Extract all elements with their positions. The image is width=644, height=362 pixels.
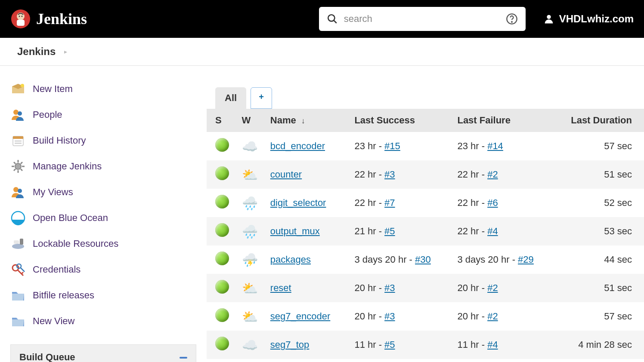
sidebar-item-bitfile-releases[interactable]: Bitfile releases <box>10 282 196 308</box>
status-ball-icon <box>215 280 229 294</box>
build-history-icon <box>10 133 26 148</box>
job-table: S W Name ↓ Last Success Last Failure Las… <box>207 109 644 359</box>
search-box[interactable] <box>319 7 526 31</box>
status-ball-icon <box>215 138 229 152</box>
status-ball-icon <box>215 337 229 350</box>
svg-point-4 <box>22 16 23 17</box>
help-icon[interactable] <box>506 13 518 25</box>
build-queue-title: Build Queue <box>19 352 75 362</box>
job-link[interactable]: bcd_encoder <box>270 141 325 151</box>
col-header-weather[interactable]: W <box>237 109 265 132</box>
svg-point-27 <box>18 189 22 193</box>
app-title: Jenkins <box>36 10 87 28</box>
last-success-cell: 23 hr - #15 <box>349 132 452 160</box>
build-link[interactable]: #30 <box>415 254 431 265</box>
last-failure-cell: 22 hr - #2 <box>452 160 555 189</box>
last-success-cell: 22 hr - #3 <box>349 160 452 189</box>
job-link[interactable]: counter <box>270 169 302 180</box>
col-header-last-failure[interactable]: Last Failure <box>452 109 555 132</box>
logo-area[interactable]: Jenkins <box>10 9 87 29</box>
sidebar-item-my-views[interactable]: My Views <box>10 179 196 205</box>
page-header: Jenkins VHDLwhiz.com <box>0 0 644 38</box>
svg-point-17 <box>15 163 21 169</box>
build-link[interactable]: #29 <box>518 254 534 265</box>
build-link[interactable]: #5 <box>384 339 395 350</box>
credentials-icon <box>10 262 26 277</box>
svg-point-3 <box>19 16 20 17</box>
sidebar-item-new-item[interactable]: New Item <box>10 76 196 102</box>
svg-rect-34 <box>180 357 187 359</box>
tab-add-view[interactable]: + <box>251 87 272 109</box>
col-header-last-duration[interactable]: Last Duration <box>555 109 644 132</box>
build-link[interactable]: #3 <box>384 311 395 322</box>
svg-line-22 <box>14 162 15 164</box>
weather-partly-sunny-icon: ⛅ <box>242 310 258 324</box>
sidebar-item-open-blue-ocean[interactable]: Open Blue Ocean <box>10 205 196 231</box>
sidebar-item-label: My Views <box>33 187 73 198</box>
sidebar-item-label: Open Blue Ocean <box>33 212 108 224</box>
table-row: ☁️seg7_top11 hr - #511 hr - #44 min 28 s… <box>207 331 644 359</box>
lockable-resources-icon <box>10 236 26 252</box>
build-link[interactable]: #7 <box>384 197 395 208</box>
sidebar-item-new-view[interactable]: New View <box>10 308 196 334</box>
last-failure-cell: 22 hr - #4 <box>452 217 555 245</box>
search-icon <box>327 13 338 25</box>
svg-point-8 <box>511 21 512 22</box>
build-link[interactable]: #4 <box>487 339 498 350</box>
svg-line-24 <box>14 169 15 171</box>
search-input[interactable] <box>344 13 500 25</box>
sidebar-item-manage-jenkins[interactable]: Manage Jenkins <box>10 153 196 179</box>
main-content: All + S W Name ↓ Last Success Last Failu… <box>207 66 644 362</box>
col-header-status[interactable]: S <box>207 109 237 132</box>
sidebar-item-lockable-resources[interactable]: Lockable Resources <box>10 231 196 257</box>
build-link[interactable]: #14 <box>487 141 503 151</box>
job-link[interactable]: digit_selector <box>270 197 326 208</box>
collapse-icon[interactable] <box>180 353 187 361</box>
sort-arrow-icon: ↓ <box>301 117 305 125</box>
new-item-icon <box>10 81 26 97</box>
sidebar: New ItemPeopleBuild HistoryManage Jenkin… <box>0 66 207 362</box>
sidebar-item-build-history[interactable]: Build History <box>10 128 196 153</box>
job-link[interactable]: seg7_top <box>270 339 310 350</box>
build-link[interactable]: #3 <box>384 169 395 180</box>
sidebar-item-label: People <box>33 109 62 120</box>
weather-cloudy-icon: ☁️ <box>242 139 258 153</box>
svg-line-23 <box>21 169 22 171</box>
build-link[interactable]: #3 <box>384 282 395 293</box>
tab-all[interactable]: All <box>215 87 246 109</box>
build-link[interactable]: #5 <box>384 226 395 236</box>
user-icon <box>543 13 555 25</box>
col-header-last-success[interactable]: Last Success <box>349 109 452 132</box>
build-link[interactable]: #4 <box>487 226 498 236</box>
last-failure-cell: 23 hr - #14 <box>452 132 555 160</box>
weather-rainy-icon: 🌧️ <box>242 196 258 210</box>
sidebar-item-credentials[interactable]: Credentials <box>10 257 196 282</box>
svg-line-6 <box>334 20 337 23</box>
build-link[interactable]: #6 <box>487 197 498 208</box>
build-link[interactable]: #15 <box>384 141 400 151</box>
user-menu[interactable]: VHDLwhiz.com <box>543 13 634 25</box>
svg-rect-31 <box>20 239 23 245</box>
build-link[interactable]: #2 <box>487 311 498 322</box>
build-link[interactable]: #2 <box>487 282 498 293</box>
weather-stormy-icon: ⛈️ <box>242 253 258 267</box>
chevron-right-icon: ▸ <box>64 48 67 55</box>
build-link[interactable]: #2 <box>487 169 498 180</box>
duration-cell: 4 min 28 sec <box>555 331 644 359</box>
col-header-name[interactable]: Name ↓ <box>265 109 350 132</box>
table-row: 🌧️digit_selector22 hr - #722 hr - #652 s… <box>207 189 644 217</box>
job-link[interactable]: packages <box>270 254 311 265</box>
last-success-cell: 20 hr - #3 <box>349 274 452 302</box>
last-success-cell: 20 hr - #3 <box>349 302 452 331</box>
job-link[interactable]: output_mux <box>270 226 320 236</box>
job-link[interactable]: seg7_encoder <box>270 311 330 322</box>
weather-partly-sunny-icon: ⛅ <box>242 168 258 182</box>
breadcrumb-item-jenkins[interactable]: Jenkins <box>17 46 56 58</box>
duration-cell: 44 sec <box>555 245 644 274</box>
svg-rect-2 <box>17 20 25 26</box>
sidebar-item-people[interactable]: People <box>10 102 196 128</box>
job-link[interactable]: reset <box>270 282 291 293</box>
view-tabs: All + <box>207 87 644 109</box>
user-name-label: VHDLwhiz.com <box>559 13 634 25</box>
build-queue-header[interactable]: Build Queue <box>11 345 196 362</box>
